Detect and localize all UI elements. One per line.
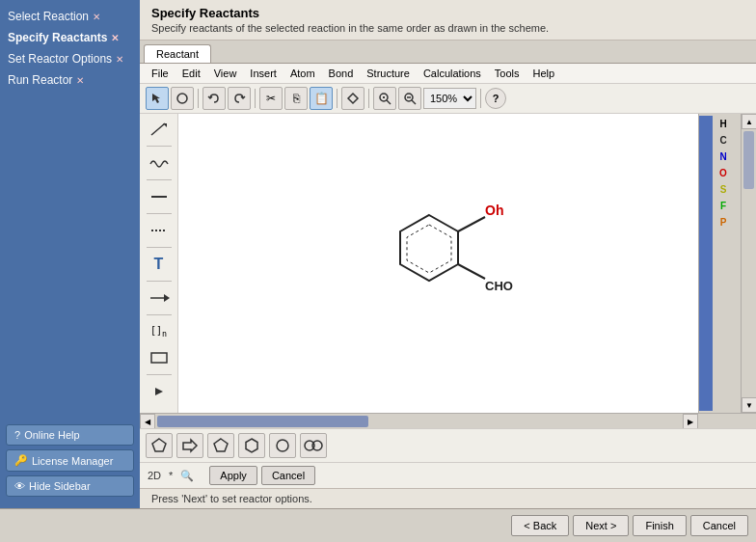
hscroll-right-button[interactable]: ▶ (683, 414, 698, 429)
key-icon: 🔑 (14, 454, 28, 467)
zoom-in-button[interactable] (373, 87, 396, 110)
scroll-up-button[interactable]: ▲ (742, 114, 756, 129)
element-S-button[interactable]: S (720, 183, 727, 196)
svg-line-18 (458, 217, 485, 231)
asterisk: * (169, 470, 173, 481)
finish-button[interactable]: Finish (633, 515, 686, 536)
cancel-nav-button[interactable]: Cancel (690, 515, 748, 536)
sidebar-item-run-reactor[interactable]: Run Reactor ✕ (0, 69, 140, 91)
pentagon-button[interactable] (146, 433, 173, 458)
pentagon2-button[interactable] (207, 433, 234, 458)
sidebar-item-set-reactor-options[interactable]: Set Reactor Options ✕ (0, 48, 140, 69)
hscroll-left-button[interactable]: ◀ (140, 414, 155, 429)
search-icon: 🔍 (180, 470, 194, 482)
help-button[interactable]: ? (485, 88, 506, 109)
line-tool-button[interactable] (146, 118, 173, 141)
close-icon[interactable]: ✕ (93, 12, 100, 22)
main-content: Specify Reactants Specify reactants of t… (140, 0, 756, 508)
hscroll-track[interactable] (155, 414, 683, 428)
online-help-button[interactable]: ? Online Help (6, 424, 134, 446)
back-button[interactable]: < Back (511, 515, 569, 536)
right-panel-inner: H C N O S F P (699, 114, 741, 413)
close-icon[interactable]: ✕ (76, 75, 84, 86)
redo-button[interactable] (228, 87, 251, 110)
hint-text: Press 'Next' to set reactor options. (151, 493, 312, 504)
horizontal-scrollbar: ◀ ▶ (140, 413, 756, 428)
menu-edit[interactable]: Edit (176, 66, 206, 81)
undo-button[interactable] (202, 87, 226, 110)
cut-button[interactable]: ✂ (259, 87, 283, 110)
element-F-button[interactable]: F (720, 200, 726, 212)
double-circle-button[interactable] (300, 433, 327, 458)
svg-marker-23 (183, 440, 197, 451)
apply-cancel-buttons: Apply Cancel (209, 466, 315, 485)
svg-point-26 (277, 440, 288, 451)
arrow-shape-button[interactable] (176, 433, 203, 458)
tool-separator (147, 146, 172, 147)
menu-atom[interactable]: Atom (284, 66, 321, 81)
clean-button[interactable] (341, 87, 364, 110)
close-icon[interactable]: ✕ (116, 54, 123, 65)
text-tool-button[interactable]: T (146, 253, 173, 276)
dotted-tool-button[interactable] (146, 219, 173, 242)
sidebar-item-specify-reactants[interactable]: Specify Reactants ✕ (0, 27, 140, 48)
menu-bond[interactable]: Bond (323, 66, 360, 81)
dash-tool-button[interactable] (146, 185, 173, 208)
tool-separator-7 (147, 374, 172, 375)
copy-button[interactable]: ⎘ (284, 87, 308, 110)
element-P-button[interactable]: P (720, 216, 727, 229)
page-title: Specify Reactants (151, 6, 744, 20)
svg-line-20 (458, 264, 485, 279)
element-panel: H C N O S F P (713, 114, 734, 413)
paste-button[interactable]: 📋 (310, 87, 333, 110)
menu-help[interactable]: Help (527, 66, 561, 81)
vertical-scrollbar: ▲ ▼ (741, 114, 756, 413)
zoom-out-button[interactable] (398, 87, 421, 110)
menu-insert[interactable]: Insert (244, 66, 283, 81)
tool-separator-5 (147, 281, 172, 282)
element-H-button[interactable]: H (719, 118, 726, 130)
apply-button[interactable]: Apply (209, 466, 257, 485)
menu-file[interactable]: File (146, 66, 175, 81)
bottom-hint: Press 'Next' to set reactor options. (140, 488, 756, 508)
bracket-n-tool-button[interactable]: []n (146, 320, 173, 343)
drawing-area-container: T []n (140, 114, 756, 413)
license-manager-button[interactable]: 🔑 License Manager (6, 449, 134, 472)
scroll-track[interactable] (742, 129, 756, 397)
next-button[interactable]: Next > (573, 515, 629, 536)
circle-button[interactable] (269, 433, 296, 458)
svg-marker-17 (407, 225, 451, 273)
hexagon-button[interactable] (238, 433, 265, 458)
close-icon[interactable]: ✕ (111, 33, 119, 43)
element-C-button[interactable]: C (719, 134, 726, 147)
arrow-tool-button[interactable] (146, 286, 173, 310)
play-tool-button[interactable] (146, 380, 173, 403)
scroll-down-button[interactable]: ▼ (742, 397, 756, 413)
menu-calculations[interactable]: Calculations (418, 66, 487, 81)
draw-bond-button[interactable] (171, 87, 194, 110)
vertical-scroll-bar[interactable] (699, 116, 713, 411)
hide-sidebar-button[interactable]: 👁 Hide Sidebar (6, 475, 134, 497)
sidebar-item-label: Specify Reactants (8, 31, 107, 44)
menu-structure[interactable]: Structure (361, 66, 416, 81)
svg-marker-22 (152, 439, 166, 451)
select-tool-button[interactable] (146, 87, 169, 110)
svg-line-8 (151, 123, 165, 135)
help-icon: ? (14, 429, 20, 441)
wave-tool-button[interactable] (146, 151, 173, 175)
sidebar-item-select-reaction[interactable]: Select Reaction ✕ (0, 6, 140, 27)
zoom-select[interactable]: 50% 75% 100% 125% 150% 200% 300% (423, 88, 476, 109)
menu-tools[interactable]: Tools (489, 66, 526, 81)
right-panel: H C N O S F P (698, 114, 741, 413)
bracket-tool-button[interactable] (146, 346, 173, 369)
tab-reactant[interactable]: Reactant (144, 44, 211, 63)
canvas-area[interactable]: Oh CHO (178, 114, 698, 413)
hscroll-thumb[interactable] (157, 416, 368, 427)
scroll-thumb[interactable] (743, 131, 754, 189)
svg-marker-24 (214, 439, 228, 451)
cancel-button[interactable]: Cancel (261, 466, 315, 485)
toolbar: ✂ ⎘ 📋 50% 75% 100% 125% (140, 84, 756, 114)
menu-view[interactable]: View (208, 66, 243, 81)
element-O-button[interactable]: O (719, 167, 727, 179)
element-N-button[interactable]: N (719, 150, 726, 163)
